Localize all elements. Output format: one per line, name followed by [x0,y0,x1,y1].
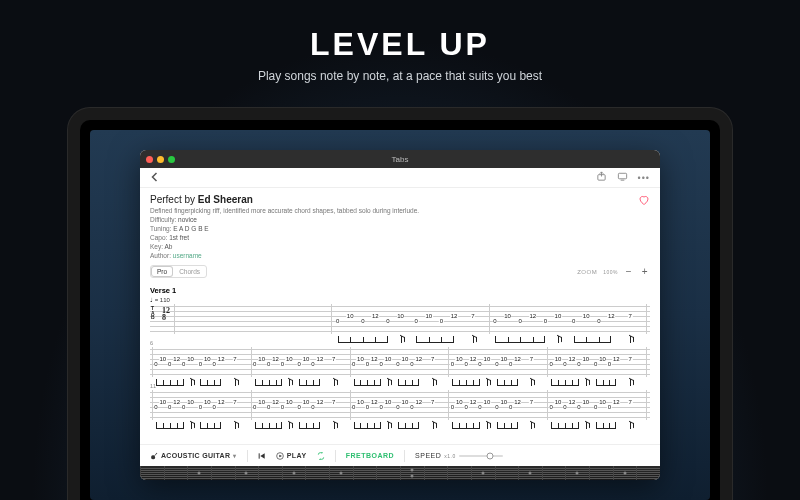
separator [335,450,336,462]
capo-value: 1st fret [169,234,189,241]
song-description: Defined fingerpicking riff, identified m… [150,207,650,214]
key-label: Key: [150,243,163,250]
song-artist: Ed Sheeran [198,194,253,205]
tempo-marking: ♩ = 110 [150,296,650,303]
loop-button[interactable] [317,452,325,460]
app-window: Tabs ••• Perfect by Ed Sheeran Defined f… [140,150,660,480]
rewind-button[interactable] [258,452,266,460]
toolbar: ••• [140,168,660,188]
time-signature: 128 [162,307,170,321]
speed-value: x1.0 [444,453,455,459]
window-titlebar[interactable]: Tabs [140,150,660,168]
author-label: Author: [150,252,171,259]
instrument-selector[interactable]: ACOUSTIC GUITAR ▾ [150,452,237,460]
zoom-label: ZOOM [577,269,597,275]
song-title-prefix: Perfect by [150,194,198,205]
screen-icon[interactable] [617,171,628,184]
favorite-button[interactable] [638,194,650,208]
zoom-out-button[interactable]: − [624,266,634,277]
chevron-down-icon: ▾ [233,452,236,459]
playback-controls: ACOUSTIC GUITAR ▾ PLAY FRETBOARD SPEEDx1… [140,444,660,466]
more-button[interactable]: ••• [638,173,650,183]
difficulty-value: novice [178,216,197,223]
difficulty-label: Difficulty: [150,216,176,223]
author-link[interactable]: username [173,252,202,259]
view-mode-segmented[interactable]: Pro Chords [150,265,207,278]
view-mode-pro[interactable]: Pro [151,266,173,277]
svg-marker-6 [279,454,282,457]
window-title: Tabs [140,155,660,164]
play-button[interactable]: PLAY [276,452,307,460]
back-button[interactable] [150,172,160,184]
speed-slider[interactable] [459,455,503,457]
section-heading: Verse 1 [150,286,650,295]
share-icon[interactable] [596,171,607,184]
tuning-label: Tuning: [150,225,171,232]
capo-label: Capo: [150,234,167,241]
desktop-wallpaper: Tabs ••• Perfect by Ed Sheeran Defined f… [90,130,710,500]
hero-subtitle: Play songs note by note, at a pace that … [0,69,800,83]
view-mode-chords[interactable]: Chords [173,266,206,277]
guitar-icon [150,452,158,460]
zoom-control: ZOOM100% − + [577,266,650,277]
speed-control: SPEEDx1.0 [415,452,503,459]
key-value: Ab [164,243,172,250]
svg-rect-3 [258,453,259,458]
fretboard-view[interactable] [140,466,660,480]
monitor-frame: Tabs ••• Perfect by Ed Sheeran Defined f… [80,120,720,500]
hero-title: LEVEL UP [0,26,800,63]
separator [247,450,248,462]
separator [404,450,405,462]
svg-rect-1 [618,173,626,179]
tab-clef: TAB [151,306,154,320]
song-metadata: Perfect by Ed Sheeran Defined fingerpick… [140,188,660,263]
speed-label: SPEED [415,452,441,459]
tuning-value: E A D G B E [173,225,208,232]
zoom-in-button[interactable]: + [640,266,650,277]
fretboard-toggle[interactable]: FRETBOARD [346,452,394,459]
tab-score[interactable]: Verse 1 ♩ = 110 TAB 128 0100120100100127… [140,282,660,430]
zoom-value: 100% [603,269,618,275]
svg-marker-4 [260,453,264,458]
